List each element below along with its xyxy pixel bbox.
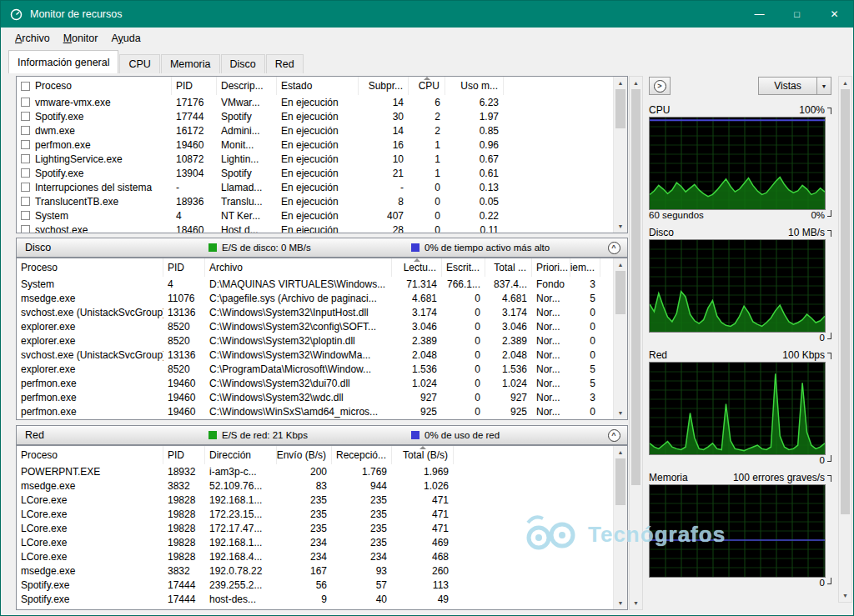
column-header[interactable]: Estado bbox=[277, 77, 359, 95]
menu-monitor[interactable]: Monitor bbox=[57, 30, 105, 47]
table-row[interactable]: svchost.exe18460Host d...En ejecución280… bbox=[17, 223, 613, 233]
column-header[interactable]: Uso m... bbox=[445, 77, 504, 95]
scroll-up-icon[interactable]: ▲ bbox=[839, 77, 851, 89]
row-checkbox[interactable] bbox=[21, 154, 30, 163]
table-row[interactable]: svchost.exe (NetworkService)2812224.0.0.… bbox=[17, 606, 613, 609]
graphs-pane-scrollbar[interactable]: ▲ ▼ bbox=[838, 76, 852, 603]
table-row[interactable]: LCore.exe19828172.23.15...235235471 bbox=[17, 507, 613, 521]
disco-table-scrollbar[interactable]: ▲ ▼ bbox=[613, 258, 627, 419]
table-row[interactable]: TranslucentTB.exe18936Translu...En ejecu… bbox=[17, 194, 613, 208]
disco-section-header[interactable]: Disco E/S de disco: 0 MB/s 0% de tiempo … bbox=[16, 238, 628, 258]
scrollbar-thumb[interactable] bbox=[615, 89, 625, 128]
scrollbar-track[interactable] bbox=[614, 458, 627, 597]
tab-disco[interactable]: Disco bbox=[221, 54, 265, 73]
table-row[interactable]: svchost.exe (UnistackSvcGroup)13136C:\Wi… bbox=[17, 305, 613, 319]
column-header[interactable]: Dirección bbox=[205, 446, 277, 464]
scroll-down-icon[interactable]: ▼ bbox=[614, 597, 627, 609]
scrollbar-thumb[interactable] bbox=[841, 89, 850, 514]
table-row[interactable]: perfmon.exe19460Monit...En ejecución1610… bbox=[17, 138, 613, 152]
views-button[interactable]: Vistas ▼ bbox=[758, 77, 831, 95]
table-row[interactable]: perfmon.exe19460C:\Windows\System32\dui7… bbox=[17, 376, 613, 390]
column-header[interactable]: Escrit... bbox=[442, 258, 485, 277]
main-content-scrollbar[interactable]: ▲ ▼ bbox=[629, 76, 643, 610]
table-row[interactable]: LightingService.exe10872Lightin...En eje… bbox=[17, 152, 613, 166]
table-row[interactable]: vmware-vmx.exe17176VMwar...En ejecución1… bbox=[17, 95, 613, 109]
maximize-button[interactable]: □ bbox=[778, 1, 816, 28]
scrollbar-thumb[interactable] bbox=[615, 458, 625, 505]
column-header[interactable]: Recepció... bbox=[332, 446, 392, 464]
column-header[interactable]: Proceso bbox=[17, 258, 163, 277]
red-section-header[interactable]: Red E/S de red: 21 Kbps 0% de uso de red… bbox=[16, 425, 628, 445]
row-checkbox[interactable] bbox=[21, 112, 30, 121]
scroll-up-icon[interactable]: ▲ bbox=[630, 77, 642, 89]
column-header[interactable]: Proceso bbox=[17, 77, 172, 95]
column-header[interactable]: Envío (B/s) bbox=[277, 446, 332, 464]
table-row[interactable]: System4D:\MAQUINAS VIRTUALES\Windows...7… bbox=[17, 277, 613, 291]
table-row[interactable]: LCore.exe19828172.17.47...235235471 bbox=[17, 521, 613, 535]
row-checkbox[interactable] bbox=[21, 211, 30, 220]
table-row[interactable]: perfmon.exe19460C:\Windows\WinSxS\amd64_… bbox=[17, 404, 613, 418]
column-header[interactable]: PID bbox=[163, 446, 205, 464]
scrollbar-track[interactable] bbox=[614, 271, 627, 407]
table-row[interactable]: perfmon.exe19460C:\Windows\System32\es-E… bbox=[17, 418, 613, 419]
disco-collapse-button[interactable]: ^ bbox=[605, 239, 623, 256]
tab-memoria[interactable]: Memoria bbox=[161, 54, 220, 73]
close-button[interactable]: ✕ bbox=[816, 1, 853, 28]
scroll-down-icon[interactable]: ▼ bbox=[839, 589, 851, 602]
table-row[interactable]: Spotify.exe17444host-des...94049 bbox=[17, 592, 613, 606]
table-row[interactable]: LCore.exe19828192.168.4...234234468 bbox=[17, 549, 613, 563]
column-header[interactable]: Descrip... bbox=[217, 77, 277, 95]
tab-información-general[interactable]: Información general bbox=[8, 50, 118, 73]
table-row[interactable]: POWERPNT.EXE18932i-am3p-c...2001.7691.96… bbox=[17, 464, 613, 478]
table-row[interactable]: Spotify.exe13904SpotifyEn ejecución2110.… bbox=[17, 166, 613, 180]
column-header[interactable]: Lectu... bbox=[392, 258, 442, 277]
table-row[interactable]: msedge.exe383252.109.76...839441.026 bbox=[17, 478, 613, 493]
scrollbar-thumb[interactable] bbox=[615, 271, 625, 314]
red-table-scrollbar[interactable]: ▲ ▼ bbox=[613, 446, 627, 609]
views-dropdown-arrow-icon[interactable]: ▼ bbox=[816, 78, 831, 94]
row-checkbox[interactable] bbox=[21, 183, 30, 192]
column-header[interactable]: Total ... bbox=[485, 258, 532, 277]
table-row[interactable]: explorer.exe8520C:\Windows\System32\plop… bbox=[17, 333, 613, 348]
column-header[interactable]: CPU bbox=[409, 77, 445, 95]
scroll-down-icon[interactable]: ▼ bbox=[614, 407, 627, 419]
table-row[interactable]: System4NT Ker...En ejecución40700.22 bbox=[17, 208, 613, 223]
menu-ayuda[interactable]: Ayuda bbox=[104, 30, 147, 47]
menu-archivo[interactable]: Archivo bbox=[8, 30, 57, 47]
table-row[interactable]: msedge.exe11076C:\pagefile.sys (Archivo … bbox=[17, 291, 613, 305]
column-header[interactable]: PID bbox=[172, 77, 217, 95]
scroll-up-icon[interactable]: ▲ bbox=[614, 258, 627, 271]
select-all-checkbox[interactable] bbox=[21, 82, 30, 91]
column-header[interactable]: Tiem... bbox=[570, 258, 600, 277]
row-checkbox[interactable] bbox=[21, 197, 30, 206]
row-checkbox[interactable] bbox=[21, 140, 30, 149]
table-row[interactable]: explorer.exe8520C:\Windows\System32\conf… bbox=[17, 319, 613, 333]
table-row[interactable]: perfmon.exe19460C:\Windows\System32\wdc.… bbox=[17, 390, 613, 404]
table-row[interactable]: LCore.exe19828192.168.1...234235469 bbox=[17, 535, 613, 549]
red-collapse-button[interactable]: ^ bbox=[605, 427, 623, 443]
tab-cpu[interactable]: CPU bbox=[119, 54, 159, 73]
column-header[interactable]: Archivo bbox=[205, 258, 392, 277]
column-header[interactable]: Total (B/s) bbox=[392, 446, 454, 464]
table-row[interactable]: explorer.exe8520C:\ProgramData\Microsoft… bbox=[17, 362, 613, 376]
scrollbar-track[interactable] bbox=[839, 89, 851, 589]
column-header[interactable]: Subpr... bbox=[359, 77, 409, 95]
scroll-down-icon[interactable]: ▼ bbox=[630, 597, 642, 609]
table-row[interactable]: svchost.exe (UnistackSvcGroup)13136C:\Wi… bbox=[17, 348, 613, 362]
column-header[interactable]: Priori... bbox=[532, 258, 570, 277]
tab-red[interactable]: Red bbox=[266, 54, 304, 73]
row-checkbox[interactable] bbox=[21, 98, 30, 107]
minimize-button[interactable]: — bbox=[741, 1, 778, 28]
table-row[interactable]: LCore.exe19828192.168.1...235235471 bbox=[17, 493, 613, 507]
scroll-up-icon[interactable]: ▲ bbox=[614, 446, 627, 458]
table-row[interactable]: Interrupciones del sistema-Llamad...En e… bbox=[17, 180, 613, 194]
table-row[interactable]: Spotify.exe17744SpotifyEn ejecución3021.… bbox=[17, 109, 613, 123]
row-checkbox[interactable] bbox=[21, 225, 30, 233]
table-row[interactable]: Spotify.exe17444239.255.2...5657113 bbox=[17, 578, 613, 592]
table-row[interactable]: dwm.exe16172Admini...En ejecución1420.85 bbox=[17, 123, 613, 138]
scroll-up-icon[interactable]: ▲ bbox=[614, 77, 627, 89]
cpu-table-scrollbar[interactable]: ▲ ▼ bbox=[613, 77, 627, 233]
scrollbar-track[interactable] bbox=[630, 89, 642, 597]
scrollbar-track[interactable] bbox=[614, 89, 627, 220]
table-row[interactable]: msedge.exe3832192.0.78.2216793260 bbox=[17, 563, 613, 578]
